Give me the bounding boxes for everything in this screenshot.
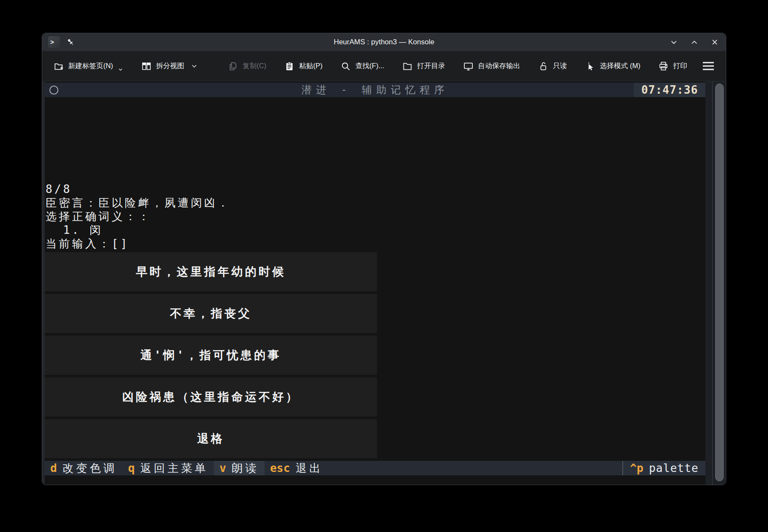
shortcut-change-tint[interactable]: d 改变色调 xyxy=(45,461,123,475)
close-icon xyxy=(710,37,719,47)
lock-open-icon xyxy=(538,61,549,72)
chevron-up-icon xyxy=(690,37,699,47)
answer-option[interactable]: 不幸，指丧父 xyxy=(45,294,377,333)
window-title: HeurAMS : python3 — Konsole xyxy=(42,38,726,46)
read-only-label: 只读 xyxy=(553,61,567,71)
search-icon xyxy=(340,61,351,72)
find-button[interactable]: 查找(F)... xyxy=(340,61,384,72)
progress-counter: 8/8 xyxy=(46,182,705,196)
select-mode-label: 选择模式 (M) xyxy=(600,61,640,71)
question-block: 8/8 臣密言：臣以险衅，夙遭闵凶． 选择正确词义：： 1. 闵 当前输入：[] xyxy=(45,182,705,250)
find-label: 查找(F)... xyxy=(355,61,384,71)
shortcut-label: 退出 xyxy=(296,461,323,476)
copy-button: 复制(C) xyxy=(227,61,266,72)
shortcut-label: 返回主菜单 xyxy=(140,461,208,476)
terminal-view[interactable]: 潜进 - 辅助记忆程序 07:47:36 8/8 臣密言：臣以险衅，夙遭闵凶． … xyxy=(42,81,726,485)
paste-label: 粘贴(P) xyxy=(299,61,322,71)
pin-icon[interactable] xyxy=(66,37,75,47)
read-only-button[interactable]: 只读 xyxy=(538,61,567,72)
new-tab-button[interactable]: 新建标签页(N) xyxy=(53,61,123,72)
cursor-icon xyxy=(585,61,595,72)
clock: 07:47:36 xyxy=(634,83,705,97)
answer-option[interactable]: 凶险祸患（这里指命运不好） xyxy=(45,377,377,417)
status-bar: d 改变色调 q 返回主菜单 v 朗读 esc 退出 xyxy=(45,461,705,475)
open-directory-label: 打开目录 xyxy=(417,61,445,71)
app-header-bar: 潜进 - 辅助记忆程序 07:47:36 xyxy=(45,83,705,97)
terminal-icon: > xyxy=(48,36,60,48)
print-button[interactable]: 打印 xyxy=(658,61,687,72)
copy-label: 复制(C) xyxy=(242,61,266,71)
scrollbar-track[interactable] xyxy=(705,81,726,485)
hamburger-icon[interactable] xyxy=(702,60,715,72)
sentence-line: 臣密言：臣以险衅，夙遭闵凶． xyxy=(46,196,705,210)
scrollbar-thumb[interactable] xyxy=(715,83,724,481)
shortcut-read-aloud[interactable]: v 朗读 xyxy=(214,461,265,475)
autosave-output-label: 自动保存输出 xyxy=(478,61,520,71)
split-view-icon xyxy=(141,61,152,72)
minimize-button[interactable] xyxy=(669,37,679,47)
select-mode-button[interactable]: 选择模式 (M) xyxy=(585,61,640,72)
paste-icon xyxy=(284,61,295,72)
app-title: 潜进 - 辅助记忆程序 xyxy=(45,83,705,97)
current-input-line: 当前输入：[] xyxy=(46,237,705,250)
shortcut-label: 改变色调 xyxy=(63,461,117,476)
word-item-line: 1. 闵 xyxy=(46,223,705,237)
shortcut-main-menu[interactable]: q 返回主菜单 xyxy=(123,461,214,475)
open-directory-button[interactable]: 打开目录 xyxy=(402,61,445,72)
chevron-down-icon[interactable] xyxy=(118,67,123,72)
shortcut-key: v xyxy=(219,462,226,474)
toolbar: 新建标签页(N) 拆分视图 xyxy=(42,51,726,81)
maximize-button[interactable] xyxy=(689,37,699,47)
copy-icon xyxy=(227,61,238,72)
shortcut-label: palette xyxy=(649,462,699,474)
shortcut-key: esc xyxy=(270,462,290,474)
shortcut-key: q xyxy=(128,462,135,474)
circle-icon xyxy=(49,86,58,95)
close-button[interactable] xyxy=(710,37,720,47)
print-label: 打印 xyxy=(673,61,687,71)
konsole-window: > HeurAMS : python3 — Konsole xyxy=(42,33,726,485)
autosave-output-button[interactable]: 自动保存输出 xyxy=(463,61,520,72)
chevron-down-icon[interactable] xyxy=(191,63,198,69)
answer-option[interactable]: 早时，这里指年幼的时候 xyxy=(45,252,377,291)
shortcut-label: 朗读 xyxy=(232,461,259,476)
answer-option[interactable]: 退格 xyxy=(45,419,377,458)
answer-option[interactable]: 通'悯'，指可忧患的事 xyxy=(45,336,377,375)
answer-options: 早时，这里指年幼的时候 不幸，指丧父 通'悯'，指可忧患的事 凶险祸患（这里指命… xyxy=(45,252,377,461)
new-tab-label: 新建标签页(N) xyxy=(68,61,113,71)
shortcut-exit[interactable]: esc 退出 xyxy=(265,461,328,475)
chevron-down-icon xyxy=(669,37,679,47)
prompt-line: 选择正确词义：： xyxy=(46,210,705,223)
shortcut-key: d xyxy=(50,462,57,474)
shortcut-key: ^p xyxy=(630,462,643,474)
monitor-icon xyxy=(463,61,474,72)
split-view-label: 拆分视图 xyxy=(156,61,184,71)
folder-icon xyxy=(402,61,413,72)
title-bar: > HeurAMS : python3 — Konsole xyxy=(42,33,726,51)
paste-button[interactable]: 粘贴(P) xyxy=(284,61,322,72)
printer-icon xyxy=(658,61,669,72)
shortcut-palette[interactable]: ^p palette xyxy=(622,461,705,475)
split-view-button[interactable]: 拆分视图 xyxy=(141,61,198,72)
new-tab-icon xyxy=(53,61,64,72)
